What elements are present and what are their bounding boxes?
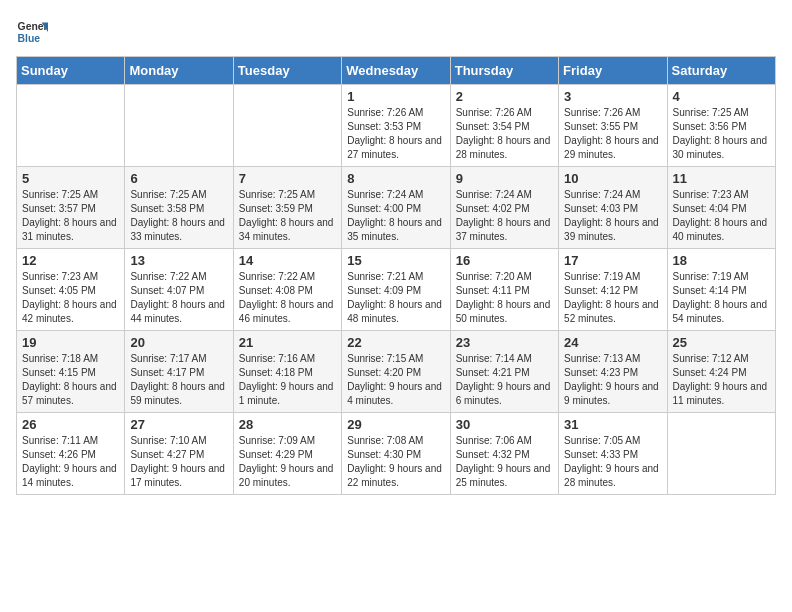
column-header-friday: Friday (559, 57, 667, 85)
column-header-thursday: Thursday (450, 57, 558, 85)
day-number: 29 (347, 417, 444, 432)
day-info: Sunrise: 7:11 AM Sunset: 4:26 PM Dayligh… (22, 434, 119, 490)
day-info: Sunrise: 7:19 AM Sunset: 4:14 PM Dayligh… (673, 270, 770, 326)
calendar-cell: 10Sunrise: 7:24 AM Sunset: 4:03 PM Dayli… (559, 167, 667, 249)
day-number: 16 (456, 253, 553, 268)
day-number: 22 (347, 335, 444, 350)
day-info: Sunrise: 7:26 AM Sunset: 3:55 PM Dayligh… (564, 106, 661, 162)
day-info: Sunrise: 7:15 AM Sunset: 4:20 PM Dayligh… (347, 352, 444, 408)
calendar-cell: 6Sunrise: 7:25 AM Sunset: 3:58 PM Daylig… (125, 167, 233, 249)
day-number: 31 (564, 417, 661, 432)
calendar-cell: 13Sunrise: 7:22 AM Sunset: 4:07 PM Dayli… (125, 249, 233, 331)
calendar-cell: 3Sunrise: 7:26 AM Sunset: 3:55 PM Daylig… (559, 85, 667, 167)
day-info: Sunrise: 7:23 AM Sunset: 4:04 PM Dayligh… (673, 188, 770, 244)
calendar-cell: 21Sunrise: 7:16 AM Sunset: 4:18 PM Dayli… (233, 331, 341, 413)
day-number: 12 (22, 253, 119, 268)
day-number: 26 (22, 417, 119, 432)
day-number: 15 (347, 253, 444, 268)
day-info: Sunrise: 7:14 AM Sunset: 4:21 PM Dayligh… (456, 352, 553, 408)
calendar-cell (125, 85, 233, 167)
day-info: Sunrise: 7:09 AM Sunset: 4:29 PM Dayligh… (239, 434, 336, 490)
day-number: 17 (564, 253, 661, 268)
day-info: Sunrise: 7:05 AM Sunset: 4:33 PM Dayligh… (564, 434, 661, 490)
day-info: Sunrise: 7:20 AM Sunset: 4:11 PM Dayligh… (456, 270, 553, 326)
calendar-cell: 24Sunrise: 7:13 AM Sunset: 4:23 PM Dayli… (559, 331, 667, 413)
day-info: Sunrise: 7:10 AM Sunset: 4:27 PM Dayligh… (130, 434, 227, 490)
day-number: 9 (456, 171, 553, 186)
calendar-cell: 19Sunrise: 7:18 AM Sunset: 4:15 PM Dayli… (17, 331, 125, 413)
calendar-cell: 1Sunrise: 7:26 AM Sunset: 3:53 PM Daylig… (342, 85, 450, 167)
calendar-cell: 9Sunrise: 7:24 AM Sunset: 4:02 PM Daylig… (450, 167, 558, 249)
day-info: Sunrise: 7:12 AM Sunset: 4:24 PM Dayligh… (673, 352, 770, 408)
calendar-cell: 25Sunrise: 7:12 AM Sunset: 4:24 PM Dayli… (667, 331, 775, 413)
day-number: 10 (564, 171, 661, 186)
day-info: Sunrise: 7:26 AM Sunset: 3:53 PM Dayligh… (347, 106, 444, 162)
day-number: 14 (239, 253, 336, 268)
day-number: 3 (564, 89, 661, 104)
day-info: Sunrise: 7:18 AM Sunset: 4:15 PM Dayligh… (22, 352, 119, 408)
day-info: Sunrise: 7:19 AM Sunset: 4:12 PM Dayligh… (564, 270, 661, 326)
calendar-cell: 12Sunrise: 7:23 AM Sunset: 4:05 PM Dayli… (17, 249, 125, 331)
day-number: 21 (239, 335, 336, 350)
logo: General Blue (16, 16, 48, 48)
calendar-cell: 8Sunrise: 7:24 AM Sunset: 4:00 PM Daylig… (342, 167, 450, 249)
calendar-cell: 29Sunrise: 7:08 AM Sunset: 4:30 PM Dayli… (342, 413, 450, 495)
day-info: Sunrise: 7:16 AM Sunset: 4:18 PM Dayligh… (239, 352, 336, 408)
calendar-cell (233, 85, 341, 167)
header: General Blue (16, 16, 776, 48)
day-number: 25 (673, 335, 770, 350)
day-info: Sunrise: 7:24 AM Sunset: 4:03 PM Dayligh… (564, 188, 661, 244)
calendar-cell: 18Sunrise: 7:19 AM Sunset: 4:14 PM Dayli… (667, 249, 775, 331)
calendar-cell (17, 85, 125, 167)
day-number: 18 (673, 253, 770, 268)
day-number: 13 (130, 253, 227, 268)
day-number: 1 (347, 89, 444, 104)
calendar-cell: 15Sunrise: 7:21 AM Sunset: 4:09 PM Dayli… (342, 249, 450, 331)
day-info: Sunrise: 7:24 AM Sunset: 4:02 PM Dayligh… (456, 188, 553, 244)
calendar-cell: 22Sunrise: 7:15 AM Sunset: 4:20 PM Dayli… (342, 331, 450, 413)
calendar-cell (667, 413, 775, 495)
column-header-tuesday: Tuesday (233, 57, 341, 85)
calendar-cell: 23Sunrise: 7:14 AM Sunset: 4:21 PM Dayli… (450, 331, 558, 413)
calendar-cell: 17Sunrise: 7:19 AM Sunset: 4:12 PM Dayli… (559, 249, 667, 331)
calendar-cell: 27Sunrise: 7:10 AM Sunset: 4:27 PM Dayli… (125, 413, 233, 495)
column-header-saturday: Saturday (667, 57, 775, 85)
day-number: 11 (673, 171, 770, 186)
day-info: Sunrise: 7:22 AM Sunset: 4:08 PM Dayligh… (239, 270, 336, 326)
day-number: 8 (347, 171, 444, 186)
calendar-cell: 4Sunrise: 7:25 AM Sunset: 3:56 PM Daylig… (667, 85, 775, 167)
column-header-wednesday: Wednesday (342, 57, 450, 85)
day-number: 2 (456, 89, 553, 104)
calendar-cell: 20Sunrise: 7:17 AM Sunset: 4:17 PM Dayli… (125, 331, 233, 413)
day-info: Sunrise: 7:23 AM Sunset: 4:05 PM Dayligh… (22, 270, 119, 326)
calendar-cell: 11Sunrise: 7:23 AM Sunset: 4:04 PM Dayli… (667, 167, 775, 249)
calendar-cell: 7Sunrise: 7:25 AM Sunset: 3:59 PM Daylig… (233, 167, 341, 249)
day-info: Sunrise: 7:24 AM Sunset: 4:00 PM Dayligh… (347, 188, 444, 244)
day-info: Sunrise: 7:13 AM Sunset: 4:23 PM Dayligh… (564, 352, 661, 408)
day-info: Sunrise: 7:21 AM Sunset: 4:09 PM Dayligh… (347, 270, 444, 326)
day-info: Sunrise: 7:06 AM Sunset: 4:32 PM Dayligh… (456, 434, 553, 490)
day-number: 5 (22, 171, 119, 186)
day-number: 30 (456, 417, 553, 432)
svg-text:Blue: Blue (18, 33, 41, 44)
column-header-monday: Monday (125, 57, 233, 85)
day-info: Sunrise: 7:26 AM Sunset: 3:54 PM Dayligh… (456, 106, 553, 162)
day-info: Sunrise: 7:25 AM Sunset: 3:57 PM Dayligh… (22, 188, 119, 244)
calendar-cell: 2Sunrise: 7:26 AM Sunset: 3:54 PM Daylig… (450, 85, 558, 167)
calendar-cell: 26Sunrise: 7:11 AM Sunset: 4:26 PM Dayli… (17, 413, 125, 495)
day-number: 27 (130, 417, 227, 432)
day-info: Sunrise: 7:08 AM Sunset: 4:30 PM Dayligh… (347, 434, 444, 490)
day-number: 24 (564, 335, 661, 350)
day-number: 23 (456, 335, 553, 350)
logo-icon: General Blue (16, 16, 48, 48)
day-number: 28 (239, 417, 336, 432)
column-header-sunday: Sunday (17, 57, 125, 85)
calendar-cell: 30Sunrise: 7:06 AM Sunset: 4:32 PM Dayli… (450, 413, 558, 495)
calendar-table: SundayMondayTuesdayWednesdayThursdayFrid… (16, 56, 776, 495)
day-info: Sunrise: 7:25 AM Sunset: 3:59 PM Dayligh… (239, 188, 336, 244)
day-info: Sunrise: 7:22 AM Sunset: 4:07 PM Dayligh… (130, 270, 227, 326)
day-number: 6 (130, 171, 227, 186)
day-number: 7 (239, 171, 336, 186)
day-number: 19 (22, 335, 119, 350)
calendar-cell: 14Sunrise: 7:22 AM Sunset: 4:08 PM Dayli… (233, 249, 341, 331)
